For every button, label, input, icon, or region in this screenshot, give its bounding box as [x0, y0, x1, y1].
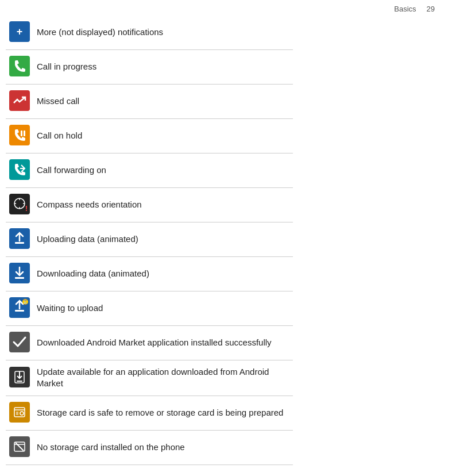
- svg-rect-2: [9, 56, 30, 76]
- table-row: Downloading data (animated): [6, 257, 293, 291]
- label-app-installed: Downloaded Android Market application in…: [33, 326, 293, 360]
- svg-rect-4: [9, 125, 30, 145]
- svg-text:⏳: ⏳: [22, 299, 28, 305]
- svg-rect-7: [9, 159, 30, 180]
- icon-cell-uploading: [6, 222, 33, 257]
- svg-rect-12: [15, 242, 24, 244]
- page-number: 29: [427, 5, 435, 13]
- label-call-in-progress: Call in progress: [33, 50, 293, 85]
- svg-rect-19: [9, 332, 30, 352]
- label-waiting-upload: Waiting to upload: [33, 291, 293, 326]
- svg-rect-6: [24, 130, 25, 136]
- svg-text:+: +: [17, 26, 23, 37]
- label-uploading: Uploading data (animated): [33, 222, 293, 257]
- icon-cell-missed-call: [6, 85, 33, 119]
- label-downloading: Downloading data (animated): [33, 257, 293, 291]
- content-area: +More (not displayed) notifications Call…: [0, 16, 310, 465]
- label-missed-call: Missed call: [33, 85, 293, 119]
- table-row: Call forwarding on: [6, 153, 293, 188]
- svg-rect-23: [9, 402, 30, 423]
- svg-rect-5: [21, 130, 22, 136]
- table-row: !Compass needs orientation: [6, 188, 293, 222]
- label-storage-safe: Storage card is safe to remove or storag…: [33, 396, 293, 430]
- icon-cell-app-update: [6, 360, 33, 396]
- table-row: Downloaded Android Market application in…: [6, 326, 293, 360]
- table-row: Missed call: [6, 85, 293, 119]
- table-row: Call on hold: [6, 119, 293, 153]
- label-more-notifications: More (not displayed) notifications: [33, 16, 293, 50]
- table-row: No storage card installed on the phone: [6, 430, 293, 465]
- label-no-storage: No storage card installed on the phone: [33, 430, 293, 465]
- icon-cell-call-on-hold: [6, 119, 33, 153]
- icon-cell-more-notifications: +: [6, 16, 33, 50]
- table-row: Uploading data (animated): [6, 222, 293, 257]
- svg-rect-3: [9, 90, 30, 111]
- notification-table: +More (not displayed) notifications Call…: [6, 16, 293, 465]
- icon-cell-downloading: [6, 257, 33, 291]
- icon-cell-storage-safe: [6, 396, 33, 430]
- label-compass: Compass needs orientation: [33, 188, 293, 222]
- svg-rect-16: [15, 310, 24, 312]
- icon-cell-call-forwarding: [6, 153, 33, 188]
- table-row: +More (not displayed) notifications: [6, 16, 293, 50]
- table-row: Call in progress: [6, 50, 293, 85]
- icon-cell-app-installed: [6, 326, 33, 360]
- icon-cell-waiting-upload: ⏳: [6, 291, 33, 326]
- page-title: Basics: [394, 5, 416, 13]
- svg-rect-22: [17, 381, 22, 382]
- svg-rect-14: [15, 277, 24, 279]
- icon-cell-no-storage: [6, 430, 33, 465]
- icon-cell-compass: !: [6, 188, 33, 222]
- table-row: Update available for an application down…: [6, 360, 293, 396]
- label-app-update: Update available for an application down…: [33, 360, 293, 396]
- page-header: Basics 29: [0, 0, 452, 16]
- svg-text:!: !: [25, 205, 28, 213]
- table-row: ⏳Waiting to upload: [6, 291, 293, 326]
- icon-cell-call-in-progress: [6, 50, 33, 85]
- label-call-forwarding: Call forwarding on: [33, 153, 293, 188]
- label-call-on-hold: Call on hold: [33, 119, 293, 153]
- table-row: Storage card is safe to remove or storag…: [6, 396, 293, 430]
